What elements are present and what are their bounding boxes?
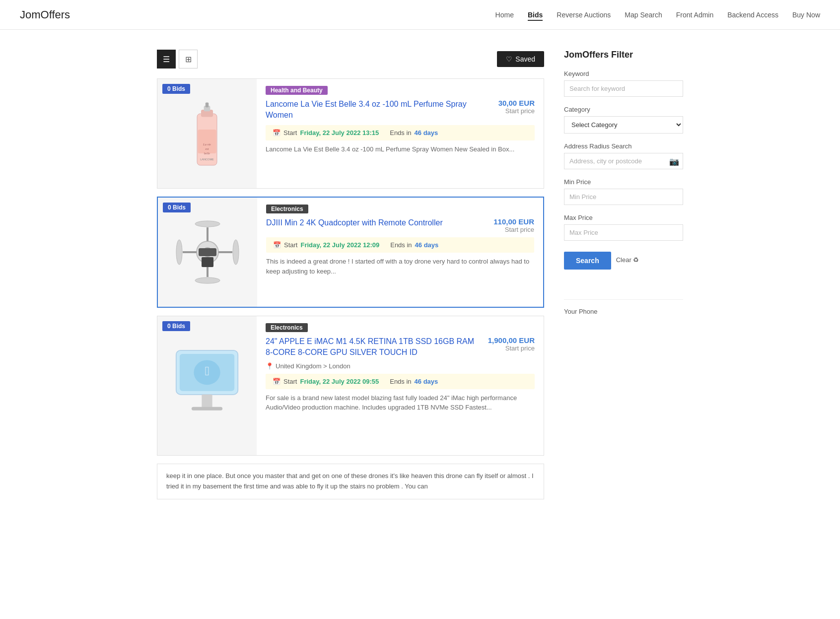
price-info: 110,00 EUR Start price bbox=[493, 217, 534, 233]
listing-card: 0 Bids  Electronics 24 bbox=[157, 316, 544, 456]
filter-category-group: Category Select Category Health and Beau… bbox=[564, 106, 683, 134]
ends-in-label: Ends in bbox=[390, 241, 412, 249]
address-wrap: 📷 bbox=[564, 153, 683, 169]
clear-label: Clear bbox=[616, 256, 631, 264]
svg-point-16 bbox=[195, 277, 220, 283]
category-tag: Electronics bbox=[266, 205, 308, 213]
ends-in-label: Ends in bbox=[390, 129, 411, 137]
price-label: Start price bbox=[498, 107, 535, 115]
brand-name-part1: Jom bbox=[20, 8, 41, 21]
price-amount: 1,900,00 EUR bbox=[488, 336, 535, 344]
calendar-icon: 📅 bbox=[273, 129, 280, 137]
nav-bids[interactable]: Bids bbox=[528, 11, 543, 21]
listing-body: Electronics 24" APPLE E iMAC M1 4.5K RET… bbox=[257, 316, 544, 455]
address-input[interactable] bbox=[564, 153, 683, 169]
svg-rect-25 bbox=[202, 395, 212, 408]
brand-logo[interactable]: JomOffers bbox=[20, 8, 70, 21]
clear-button[interactable]: Clear ♻ bbox=[616, 256, 639, 264]
keyword-label: Keyword bbox=[564, 70, 683, 77]
main-content: ☰ ⊞ ♡ Saved 0 Bids La vie est bbox=[157, 50, 544, 499]
svg-rect-19 bbox=[199, 248, 216, 256]
start-label: Start bbox=[284, 241, 297, 249]
product-image-drone bbox=[163, 207, 252, 297]
filter-title: JomOffers Filter bbox=[564, 50, 683, 60]
svg-point-18 bbox=[233, 240, 239, 265]
listing-body: Electronics DJIII Min 2 4K Quadcopter wi… bbox=[257, 198, 543, 307]
nav-reverse-auctions[interactable]: Reverse Auctions bbox=[557, 11, 611, 19]
map-icon: 📷 bbox=[669, 156, 679, 166]
nav-backend-access[interactable]: Backend Access bbox=[727, 11, 778, 19]
listing-description: For sale is a brand new latest model bla… bbox=[266, 393, 535, 413]
min-price-label: Min Price bbox=[564, 178, 683, 186]
brand-name-part2: Offers bbox=[41, 8, 70, 21]
listing-title[interactable]: DJIII Min 2 4K Quadcopter with Remote Co… bbox=[266, 217, 484, 228]
listing-card: 0 Bids bbox=[157, 197, 544, 308]
address-label: Address Radius Search bbox=[564, 142, 683, 150]
nav-map-search[interactable]: Map Search bbox=[625, 11, 662, 19]
start-date: Friday, 22 July 2022 12:09 bbox=[300, 241, 379, 249]
bids-badge: 0 Bids bbox=[162, 84, 190, 94]
ends-in-label: Ends in bbox=[390, 378, 411, 385]
price-info: 30,00 EUR Start price bbox=[498, 99, 535, 115]
listing-image: 0 Bids La vie est belle LANCOME bbox=[157, 79, 257, 188]
filter-address-group: Address Radius Search 📷 bbox=[564, 142, 683, 169]
listing-image: 0 Bids  bbox=[157, 316, 257, 455]
date-bar: 📅 Start Friday, 22 July 2022 12:09 Ends … bbox=[266, 237, 534, 253]
svg-text:est: est bbox=[205, 147, 209, 150]
sidebar: JomOffers Filter Keyword Category Select… bbox=[564, 50, 683, 499]
keyword-input[interactable] bbox=[564, 80, 683, 97]
svg-point-15 bbox=[195, 221, 220, 227]
nav-links: Home Bids Reverse Auctions Map Search Fr… bbox=[495, 11, 820, 19]
days-remaining: 46 days bbox=[415, 378, 438, 385]
start-label: Start bbox=[283, 129, 297, 137]
svg-text:La vie: La vie bbox=[203, 142, 211, 146]
category-tag: Health and Beauty bbox=[266, 86, 328, 95]
start-date: Friday, 22 July 2022 09:55 bbox=[300, 378, 379, 385]
grid-view-button[interactable]: ⊞ bbox=[179, 50, 198, 69]
date-bar: 📅 Start Friday, 22 July 2022 13:15 Ends … bbox=[266, 125, 535, 140]
filter-min-price-group: Min Price bbox=[564, 178, 683, 205]
svg-rect-20 bbox=[202, 257, 213, 267]
product-image-imac:  bbox=[167, 346, 247, 425]
price-label: Start price bbox=[488, 344, 535, 352]
location-text: United Kingdom > London bbox=[276, 362, 350, 370]
listing-card: 0 Bids La vie est belle LANCOME Health a… bbox=[157, 78, 544, 189]
saved-label: Saved bbox=[515, 55, 535, 63]
phone-section: Your Phone bbox=[564, 299, 683, 315]
partial-listing-card: keep it in one place. But once you maste… bbox=[157, 464, 544, 499]
min-price-input[interactable] bbox=[564, 189, 683, 205]
list-view-button[interactable]: ☰ bbox=[157, 50, 176, 69]
days-remaining: 46 days bbox=[415, 129, 438, 137]
partial-text: keep it in one place. But once you maste… bbox=[166, 471, 535, 492]
svg-rect-26 bbox=[192, 407, 222, 411]
category-select[interactable]: Select Category Health and Beauty Electr… bbox=[564, 116, 683, 134]
toolbar-left: ☰ ⊞ bbox=[157, 50, 198, 69]
price-label: Start price bbox=[493, 226, 534, 233]
price-amount: 30,00 EUR bbox=[498, 99, 535, 107]
saved-button[interactable]: ♡ Saved bbox=[497, 51, 544, 67]
nav-buy-now[interactable]: Buy Now bbox=[792, 11, 820, 19]
toolbar: ☰ ⊞ ♡ Saved bbox=[157, 50, 544, 69]
calendar-icon: 📅 bbox=[273, 378, 280, 385]
start-label: Start bbox=[283, 378, 297, 385]
listing-body: Health and Beauty Lancome La Vie Est Bel… bbox=[257, 79, 544, 188]
category-tag: Electronics bbox=[266, 323, 308, 332]
location-pin-icon: 📍 bbox=[266, 362, 274, 370]
phone-label: Your Phone bbox=[564, 308, 683, 315]
nav-front-admin[interactable]: Front Admin bbox=[676, 11, 713, 19]
price-amount: 110,00 EUR bbox=[493, 217, 534, 226]
nav-home[interactable]: Home bbox=[495, 11, 514, 19]
search-button[interactable]: Search bbox=[564, 252, 611, 270]
svg-text:LANCOME: LANCOME bbox=[200, 158, 214, 161]
recycle-icon: ♻ bbox=[633, 256, 639, 264]
max-price-label: Max Price bbox=[564, 214, 683, 221]
listing-title[interactable]: 24" APPLE E iMAC M1 4.5K RETINA 1TB SSD … bbox=[266, 336, 478, 358]
filter-actions: Search Clear ♻ bbox=[564, 250, 683, 270]
listing-title-row: DJIII Min 2 4K Quadcopter with Remote Co… bbox=[266, 217, 534, 233]
location-row: 📍 United Kingdom > London bbox=[266, 362, 535, 370]
max-price-input[interactable] bbox=[564, 224, 683, 241]
product-image-perfume: La vie est belle LANCOME bbox=[177, 94, 237, 173]
filter-keyword-group: Keyword bbox=[564, 70, 683, 97]
price-info: 1,900,00 EUR Start price bbox=[488, 336, 535, 352]
listing-title[interactable]: Lancome La Vie Est Belle 3.4 oz -100 mL … bbox=[266, 99, 489, 121]
